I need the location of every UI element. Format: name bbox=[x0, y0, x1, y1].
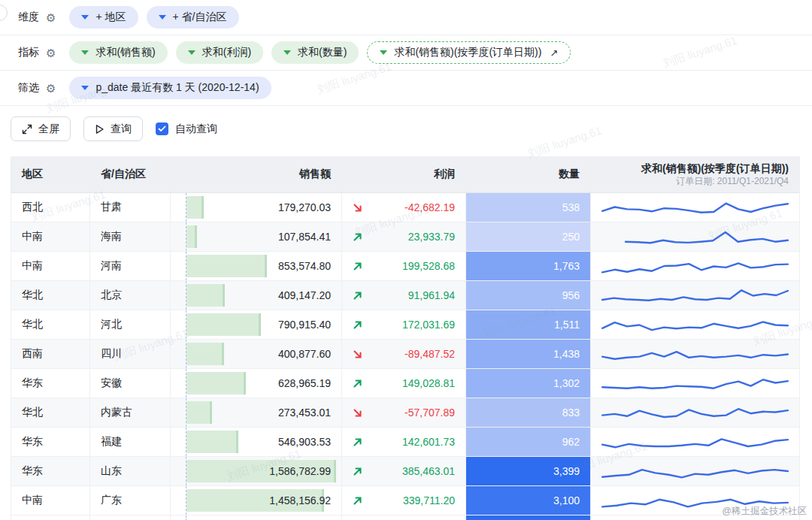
metrics-label: 指标 ⚙ bbox=[18, 46, 56, 59]
cell-sparkline bbox=[591, 193, 799, 222]
gear-icon[interactable]: ⚙ bbox=[46, 47, 56, 59]
table-row-clipped bbox=[11, 515, 799, 520]
profit-value: 339,711.20 bbox=[403, 494, 455, 506]
query-button-label: 查询 bbox=[111, 122, 132, 136]
sales-value: 107,854.41 bbox=[278, 231, 331, 243]
dimension-pill-label: + 省/自治区 bbox=[173, 11, 227, 24]
cell-region: 华东 bbox=[11, 369, 90, 398]
dimension-pill[interactable]: + 省/自治区 bbox=[147, 6, 239, 29]
profit-value: -89,487.52 bbox=[404, 348, 455, 360]
profit-value: 385,463.01 bbox=[402, 465, 455, 477]
table-row: 中南海南107,854.4123,933.79250 bbox=[11, 222, 799, 252]
cell-sparkline bbox=[591, 398, 799, 427]
cell-quantity: 3,100 bbox=[466, 486, 591, 515]
sales-bar bbox=[186, 313, 261, 336]
chevron-down-icon bbox=[283, 50, 291, 55]
cell-quantity bbox=[466, 515, 591, 520]
toolbar: 全屏 查询 自动查询 bbox=[0, 106, 812, 141]
table-row: 华北内蒙古273,453.01-57,707.89833 bbox=[11, 398, 799, 428]
sparkline-chart bbox=[598, 284, 792, 307]
metric-pill-label: 求和(销售额) bbox=[95, 46, 155, 59]
cell-profit: 23,933.79 bbox=[342, 222, 466, 251]
cell-sales: 107,854.41 bbox=[171, 222, 342, 251]
cell-quantity: 833 bbox=[466, 398, 591, 427]
trend-up-icon bbox=[353, 496, 362, 506]
chevron-down-icon bbox=[81, 86, 89, 90]
dimensions-label-text: 维度 bbox=[18, 11, 39, 24]
dimension-pill[interactable]: + 地区 bbox=[69, 6, 138, 29]
sparkline-chart bbox=[598, 401, 792, 424]
sales-bar bbox=[186, 255, 267, 277]
metric-pill[interactable]: 求和(销售额) bbox=[69, 41, 167, 64]
chevron-down-icon bbox=[188, 50, 195, 55]
table-row: 中南广东1,458,156.92339,711.203,100 bbox=[11, 486, 799, 515]
header-sparkline-title: 求和(销售额)(按季度(订单日期)) bbox=[641, 162, 789, 174]
cell-region: 西北 bbox=[11, 193, 90, 222]
metric-pill[interactable]: 求和(利润) bbox=[176, 41, 263, 64]
sparkline-chart bbox=[598, 431, 792, 453]
sales-value: 409,147.20 bbox=[278, 289, 331, 301]
cell-province: 北京 bbox=[90, 281, 171, 310]
cell-sales: 790,915.40 bbox=[171, 310, 342, 339]
filters-label-text: 筛选 bbox=[18, 81, 39, 95]
sales-bar bbox=[186, 431, 238, 453]
metric-pill[interactable]: 求和(数量) bbox=[271, 41, 359, 64]
sales-bar bbox=[186, 284, 225, 307]
cell-province: 河南 bbox=[90, 252, 171, 280]
auto-query-toggle[interactable]: 自动查询 bbox=[156, 122, 217, 136]
metric-pill[interactable]: 求和(销售额)(按季度(订单日期))↗ bbox=[367, 41, 571, 64]
open-link-icon[interactable]: ↗ bbox=[550, 47, 558, 59]
checkbox-checked-icon[interactable] bbox=[156, 122, 168, 135]
sales-value: 853,574.80 bbox=[278, 260, 331, 272]
cell-sales: 853,574.80 bbox=[171, 252, 342, 280]
trend-up-icon bbox=[353, 291, 362, 301]
profit-value: 149,028.81 bbox=[402, 377, 455, 389]
profit-value: 199,528.68 bbox=[402, 260, 455, 272]
table-row: 华北河北790,915.40172,031.691,511 bbox=[11, 310, 799, 340]
cell-quantity: 250 bbox=[466, 222, 591, 251]
filters-label: 筛选 ⚙ bbox=[18, 81, 56, 95]
sales-value: 1,586,782.99 bbox=[269, 465, 331, 477]
trend-up-icon bbox=[353, 379, 362, 388]
filters-row: 筛选 ⚙ p_date 最近有数 1 天 (2020-12-14) bbox=[0, 71, 812, 106]
chevron-down-icon bbox=[380, 50, 387, 55]
sparkline-chart bbox=[598, 225, 792, 248]
cell-profit: 339,711.20 bbox=[342, 486, 466, 515]
cell-profit: 199,528.68 bbox=[342, 252, 466, 280]
cell-sales: 409,147.20 bbox=[171, 281, 342, 310]
header-profit: 利润 bbox=[342, 156, 466, 192]
table-row: 西南四川400,877.60-89,487.521,438 bbox=[11, 340, 799, 369]
sales-value: 400,877.60 bbox=[278, 348, 331, 360]
trend-up-icon bbox=[353, 467, 362, 476]
cell-sparkline bbox=[591, 310, 799, 339]
trend-up-icon bbox=[353, 437, 362, 447]
profit-value: -57,707.89 bbox=[404, 407, 455, 419]
query-button[interactable]: 查询 bbox=[83, 116, 143, 141]
cell-region: 华北 bbox=[11, 281, 90, 310]
cell-sparkline bbox=[591, 369, 799, 398]
header-region: 地区 bbox=[11, 156, 90, 192]
cell-region bbox=[11, 515, 90, 520]
header-sparkline: 求和(销售额)(按季度(订单日期)) 订单日期: 2011/Q1-2021/Q4 bbox=[591, 156, 799, 192]
filter-pill[interactable]: p_date 最近有数 1 天 (2020-12-14) bbox=[69, 77, 271, 99]
table-header: 地区 省/自治区 销售额 利润 数量 求和(销售额)(按季度(订单日期)) 订单… bbox=[11, 156, 799, 193]
sparkline-chart bbox=[598, 255, 792, 277]
cell-sales: 273,453.01 bbox=[171, 398, 342, 427]
chevron-down-icon bbox=[159, 15, 166, 20]
gear-icon[interactable]: ⚙ bbox=[46, 12, 56, 23]
trend-up-icon bbox=[353, 320, 362, 330]
cell-region: 中南 bbox=[11, 252, 90, 280]
gear-icon[interactable]: ⚙ bbox=[46, 83, 56, 94]
cell-province bbox=[90, 515, 171, 520]
metric-pill-label: 求和(销售额)(按季度(订单日期)) bbox=[394, 46, 541, 59]
trend-up-icon bbox=[353, 262, 362, 271]
table-row: 中南河南853,574.80199,528.681,763 bbox=[11, 252, 799, 281]
cell-sparkline bbox=[591, 486, 799, 515]
cell-quantity: 1,438 bbox=[466, 340, 591, 368]
filter-pills: p_date 最近有数 1 天 (2020-12-14) bbox=[69, 77, 271, 99]
sales-value: 179,270.03 bbox=[278, 201, 331, 213]
fullscreen-button[interactable]: 全屏 bbox=[11, 116, 71, 141]
header-sparkline-subtitle: 订单日期: 2011/Q1-2021/Q4 bbox=[676, 177, 789, 187]
table-body: 西北甘肃179,270.03-42,682.19538中南海南107,854.4… bbox=[11, 193, 799, 520]
dimension-pills: + 地区+ 省/自治区 bbox=[69, 6, 238, 29]
